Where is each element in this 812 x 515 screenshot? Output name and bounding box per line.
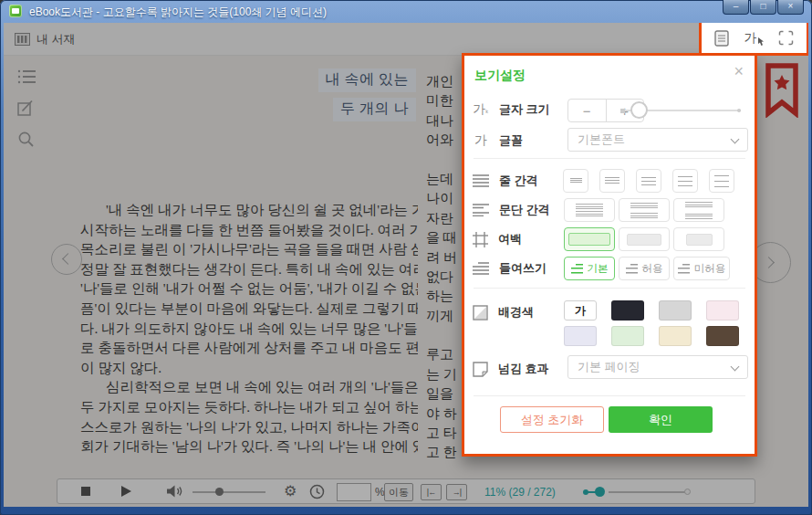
font-settings-icon[interactable]: 가 <box>743 26 766 50</box>
option-label: 가 <box>575 303 586 319</box>
background-swatch[interactable] <box>659 300 692 321</box>
font-dropdown[interactable]: 기본폰트 <box>567 128 748 152</box>
view-settings-panel: 보기설정 × 가 글자 크기 − + 가 글꼴 기본폰트 <box>462 53 757 457</box>
page-effect-label: 넘김 효과 <box>498 361 549 377</box>
reset-settings-button[interactable]: 설정 초기화 <box>500 406 604 433</box>
background-swatches-row2 <box>564 326 739 346</box>
indent-option[interactable]: 허용 <box>619 257 670 280</box>
line-spacing-option[interactable] <box>563 169 588 193</box>
background-swatch[interactable]: 가 <box>564 300 597 321</box>
margin-icon <box>473 232 488 247</box>
fullscreen-icon[interactable] <box>775 26 798 50</box>
indent-option[interactable]: 기본 <box>564 257 615 280</box>
view-settings-icon-group: 가 <box>699 23 808 56</box>
maximize-button[interactable]: □ <box>750 0 776 15</box>
title-bar[interactable]: eBook도서관 - 고요할수록 밝아지는 것들(100쇄 기념 에디션) – … <box>0 0 812 23</box>
page-effect-dropdown[interactable]: 기본 페이징 <box>567 355 748 379</box>
font-size-slider-handle[interactable] <box>630 101 648 119</box>
line-spacing-option[interactable] <box>672 169 698 193</box>
app-window: eBook도서관 - 고요할수록 밝아지는 것들(100쇄 기념 에디션) – … <box>0 0 812 515</box>
chevron-down-icon <box>731 363 740 372</box>
divider <box>474 288 745 289</box>
background-color-label: 배경색 <box>498 304 534 321</box>
panel-title: 보기설정 <box>474 68 526 84</box>
font-icon: 가 <box>473 132 489 149</box>
line-spacing-option[interactable] <box>636 169 661 193</box>
font-size-label: 글자 크기 <box>499 101 550 118</box>
page-effect-dropdown-value: 기본 페이징 <box>578 359 640 375</box>
minimize-button[interactable]: – <box>723 0 749 15</box>
margin-label: 여백 <box>498 231 522 247</box>
paragraph-spacing-label: 문단 간격 <box>499 202 550 218</box>
chevron-down-icon <box>731 135 740 144</box>
paragraph-spacing-option[interactable] <box>619 198 670 222</box>
panel-close-icon[interactable]: × <box>734 63 744 79</box>
page-effect-icon <box>473 362 488 377</box>
line-spacing-icon <box>473 174 489 187</box>
confirm-button[interactable]: 확인 <box>609 406 713 433</box>
line-spacing-options <box>563 169 734 193</box>
option-label: 허용 <box>642 262 663 276</box>
background-swatch[interactable] <box>564 326 597 346</box>
margin-option[interactable] <box>673 227 724 251</box>
view-settings-icon[interactable] <box>710 26 734 50</box>
text-cursor-icon <box>758 37 765 46</box>
font-size-decrease-button[interactable]: − <box>568 100 607 121</box>
window-title: eBook도서관 - 고요할수록 밝아지는 것들(100쇄 기념 에디션) <box>29 5 327 20</box>
indent-icon <box>473 262 489 275</box>
line-spacing-option[interactable] <box>709 169 734 193</box>
line-spacing-option[interactable] <box>599 169 625 193</box>
margin-option[interactable] <box>564 227 615 251</box>
background-color-icon <box>473 305 488 321</box>
margin-options <box>564 227 724 251</box>
line-spacing-label: 줄 간격 <box>499 173 538 189</box>
paragraph-spacing-option[interactable] <box>564 198 615 222</box>
divider <box>474 158 745 159</box>
client-area: 내 서재 내 속에 있는두 개의 나 '내 속엔 내가 너무도 많아 당신의 쉴… <box>4 23 808 507</box>
font-label: 글꼴 <box>499 132 523 149</box>
paragraph-spacing-option[interactable] <box>673 198 724 222</box>
indent-label: 들여쓰기 <box>499 260 547 277</box>
paragraph-spacing-icon <box>473 204 489 216</box>
background-swatch[interactable] <box>611 326 644 346</box>
font-size-icon: 가 <box>473 101 489 118</box>
background-swatch[interactable] <box>706 300 739 321</box>
option-label: 기본 <box>588 262 609 276</box>
paragraph-spacing-options <box>564 198 724 222</box>
background-swatch[interactable] <box>611 300 644 321</box>
margin-option[interactable] <box>619 227 670 251</box>
app-icon <box>9 5 22 17</box>
font-dropdown-value: 기본폰트 <box>578 131 625 148</box>
indent-options: 기본허용미허용 <box>564 257 730 280</box>
background-swatches: 가 <box>564 300 739 321</box>
close-button[interactable]: × <box>777 0 804 15</box>
option-label: 미허용 <box>694 262 726 276</box>
background-swatch[interactable] <box>706 326 739 346</box>
background-swatch[interactable] <box>659 326 692 346</box>
indent-option[interactable]: 미허용 <box>673 257 730 280</box>
divider <box>474 395 745 396</box>
